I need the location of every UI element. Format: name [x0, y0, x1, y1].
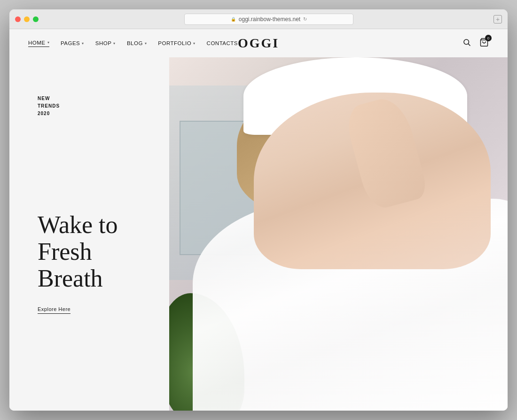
chevron-down-icon: ▾ — [47, 40, 50, 45]
chevron-down-icon: ▾ — [113, 41, 116, 46]
chevron-down-icon: ▾ — [193, 41, 196, 46]
hero-image-area — [169, 57, 508, 411]
nav-label-pages: PAGES — [61, 40, 80, 46]
nav-item-blog[interactable]: BLOG ▾ — [127, 40, 147, 46]
search-icon — [462, 38, 471, 47]
maximize-dot[interactable] — [33, 16, 39, 22]
nav-label-shop: SHOP — [95, 40, 112, 46]
url-text: oggi.rainbow-themes.net — [239, 16, 300, 23]
hero-cta-button[interactable]: Explore Here — [38, 306, 70, 314]
nav-item-shop[interactable]: SHOP ▾ — [95, 40, 116, 46]
nav-item-pages[interactable]: PAGES ▾ — [61, 40, 84, 46]
url-bar-container: 🔒 oggi.rainbow-themes.net ↻ — [44, 14, 494, 25]
nav-label-home: HOME — [28, 40, 46, 46]
site-logo[interactable]: OGGI — [238, 36, 279, 51]
new-tab-button[interactable]: + — [494, 15, 502, 23]
browser-dots — [15, 16, 39, 22]
lock-icon: 🔒 — [231, 17, 236, 22]
fashion-photo — [169, 57, 508, 411]
nav-left: HOME ▾ PAGES ▾ SHOP ▾ BLOG ▾ PORTFOLIO — [28, 40, 238, 47]
close-dot[interactable] — [15, 16, 21, 22]
hero-tag: NEW TRENDS 2020 — [38, 95, 150, 117]
nav-label-contacts: CONTACTS — [207, 40, 238, 46]
hero-section: NEW TRENDS 2020 Wake to Fresh Breath Exp… — [9, 57, 508, 411]
minimize-dot[interactable] — [24, 16, 30, 22]
browser-chrome: 🔒 oggi.rainbow-themes.net ↻ + — [9, 9, 508, 29]
cart-count-badge: 0 — [485, 35, 492, 41]
browser-window: 🔒 oggi.rainbow-themes.net ↻ + HOME ▾ PAG… — [9, 9, 508, 411]
nav-right: 0 — [462, 38, 489, 49]
nav-item-home[interactable]: HOME ▾ — [28, 40, 49, 47]
website-content: HOME ▾ PAGES ▾ SHOP ▾ BLOG ▾ PORTFOLIO — [9, 29, 508, 411]
search-button[interactable] — [462, 38, 471, 48]
hero-heading: Wake to Fresh Breath — [38, 211, 150, 292]
nav-item-portfolio[interactable]: PORTFOLIO ▾ — [158, 40, 195, 46]
hero-tag-text: NEW TRENDS 2020 — [38, 95, 150, 117]
svg-point-0 — [464, 39, 469, 45]
refresh-icon: ↻ — [303, 16, 307, 22]
chevron-down-icon: ▾ — [82, 41, 84, 46]
nav-label-portfolio: PORTFOLIO — [158, 40, 191, 46]
hero-left-panel: NEW TRENDS 2020 Wake to Fresh Breath Exp… — [9, 57, 169, 411]
navigation: HOME ▾ PAGES ▾ SHOP ▾ BLOG ▾ PORTFOLIO — [9, 29, 508, 57]
nav-label-blog: BLOG — [127, 40, 143, 46]
chevron-down-icon: ▾ — [145, 41, 147, 46]
svg-line-1 — [468, 44, 470, 46]
cart-button[interactable]: 0 — [479, 38, 489, 49]
nav-item-contacts[interactable]: CONTACTS — [207, 40, 238, 46]
url-input[interactable]: 🔒 oggi.rainbow-themes.net ↻ — [184, 14, 353, 25]
